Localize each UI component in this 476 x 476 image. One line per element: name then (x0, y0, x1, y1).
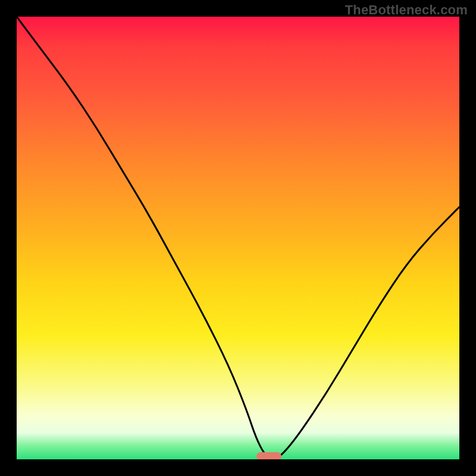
outer-frame: TheBottleneck.com (0, 0, 476, 476)
plot-area (17, 17, 459, 459)
curve-path (17, 17, 459, 458)
bottleneck-curve (17, 17, 459, 459)
optimum-marker (256, 452, 281, 459)
watermark-text: TheBottleneck.com (345, 2, 468, 18)
